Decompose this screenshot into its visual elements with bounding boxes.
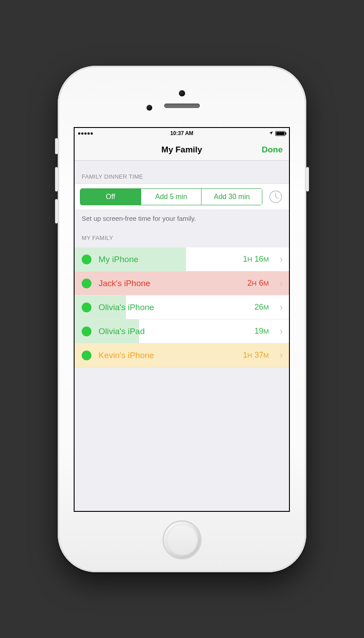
dinner-option-2[interactable]: Add 30 min [201,189,262,205]
chevron-right-icon: › [276,254,283,265]
dinner-time-row: OffAdd 5 minAdd 30 min [75,183,289,210]
device-usage-time: 1H 37M [243,351,269,360]
iphone-device-frame: 10:37 AM My Family Done FAMILY DINNER TI… [58,66,306,572]
status-dot-icon [82,255,91,264]
battery-icon [275,131,285,136]
done-button[interactable]: Done [262,145,283,155]
dinner-time-segmented[interactable]: OffAdd 5 minAdd 30 min [80,188,262,205]
earpiece-speaker [164,104,200,108]
status-dot-icon [82,279,91,288]
device-usage-time: 19M [254,327,269,336]
device-name: Kevin's iPhone [99,351,236,360]
power-button [306,167,309,191]
status-dot-icon [82,303,91,312]
device-name: Olivia's iPhone [99,303,247,312]
device-row[interactable]: Olivia's iPhone26M› [75,295,289,319]
silent-switch [55,138,58,154]
device-row[interactable]: Olivia's iPad19M› [75,319,289,343]
status-dot-icon [82,351,91,360]
volume-up-button [55,167,58,191]
chevron-right-icon: › [276,350,283,361]
section-header-dinner: FAMILY DINNER TIME [75,161,289,183]
signal-strength-icon [78,132,93,135]
dinner-option-0[interactable]: Off [80,189,141,205]
front-camera [179,90,185,96]
chevron-right-icon: › [276,278,283,289]
volume-down-button [55,199,58,223]
status-dot-icon [82,327,91,336]
home-button[interactable] [162,520,202,559]
proximity-sensor [146,105,152,111]
device-name: Olivia's iPad [99,327,247,336]
device-name: My iPhone [99,255,236,264]
chevron-right-icon: › [276,326,283,337]
device-row[interactable]: My iPhone1H 16M› [75,247,289,271]
device-name: Jack's iPhone [99,279,240,288]
status-bar: 10:37 AM [75,128,289,139]
device-usage-time: 1H 16M [243,255,269,264]
device-row[interactable]: Kevin's iPhone1H 37M› [75,343,289,367]
dinner-footer-note: Set up screen-free time for your family. [75,210,289,222]
content-scroll[interactable]: FAMILY DINNER TIME OffAdd 5 minAdd 30 mi… [75,161,289,511]
screen: 10:37 AM My Family Done FAMILY DINNER TI… [74,127,290,512]
status-time: 10:37 AM [170,130,193,136]
location-icon [269,131,273,136]
dinner-option-1[interactable]: Add 5 min [141,189,202,205]
clock-icon [269,190,283,204]
page-title: My Family [162,145,202,155]
chevron-right-icon: › [276,302,283,313]
section-header-family: MY FAMILY [75,222,289,245]
device-usage-time: 2H 6M [247,279,269,288]
schedule-button[interactable] [268,189,284,205]
device-list: My iPhone1H 16M›Jack's iPhone2H 6M›Olivi… [75,247,289,367]
device-row[interactable]: Jack's iPhone2H 6M› [75,271,289,295]
navigation-bar: My Family Done [75,139,289,161]
device-usage-time: 26M [254,303,269,312]
